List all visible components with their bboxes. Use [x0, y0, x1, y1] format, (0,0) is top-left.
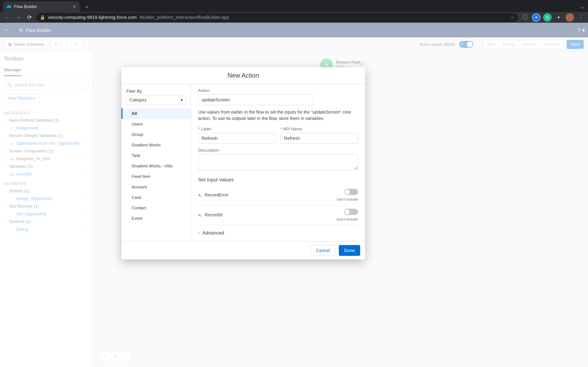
modal-title: New Action — [121, 67, 365, 84]
category-item[interactable]: Event — [121, 213, 191, 224]
new-tab-button[interactable]: ＋ — [82, 2, 92, 12]
info-icon[interactable]: ⓘ — [521, 13, 529, 22]
include-label: Don't Include — [337, 197, 358, 201]
include-toggle[interactable] — [344, 209, 358, 215]
lock-icon: 🔒 — [40, 15, 45, 20]
set-input-values-heading: Set Input Values — [198, 177, 358, 183]
extension-icon-1[interactable]: ✦ — [532, 13, 540, 22]
nav-forward-icon: → — [14, 13, 22, 22]
category-item[interactable]: Case — [121, 192, 191, 203]
modal-footer: Cancel Done — [121, 241, 365, 259]
advanced-toggle[interactable]: › Advanced — [198, 230, 358, 236]
category-item[interactable]: Task — [121, 150, 191, 161]
advanced-label: Advanced — [202, 230, 224, 236]
input-name: RecordId — [205, 213, 222, 217]
browser-menu-icon[interactable]: ⋮ — [577, 13, 585, 22]
nav-back-icon[interactable]: ← — [3, 13, 11, 22]
text-icon: Aₐ — [198, 193, 202, 197]
category-item[interactable]: Users — [121, 119, 191, 129]
form-column: Action Use values from earlier in the fl… — [191, 84, 365, 241]
extensions-puzzle-icon[interactable]: ✦ — [554, 13, 563, 22]
category-list: AllUsersGroupGradient WorksTaskGradient … — [121, 108, 191, 224]
category-item[interactable]: Gradient Works — [121, 140, 191, 150]
description-label: Description — [198, 148, 358, 153]
tab-title: Flow Builder — [14, 4, 37, 9]
modal-close-icon[interactable]: ✕ — [356, 58, 366, 68]
api-name-label: API Name — [281, 126, 358, 131]
window-minimize-icon[interactable]: ⌄ — [576, 1, 588, 12]
new-action-modal: ✕ New Action Filter By Category ▾ AllUse… — [121, 67, 365, 259]
input-row-recordid: AₐRecordId Don't Include — [198, 205, 358, 225]
browser-tab[interactable]: Flow Builder ✕ — [3, 1, 80, 12]
url-path: /builder_platform_interaction/flowBuilde… — [139, 15, 229, 20]
input-name: RecordError — [205, 192, 228, 198]
filter-select-value: Category — [130, 98, 147, 102]
input-row-recorderror: AₐRecordError Don't Include — [198, 185, 358, 205]
chevron-down-icon: ▾ — [181, 98, 183, 102]
url-host: velocity-computing-9919.lightning.force.… — [48, 15, 137, 20]
api-name-input[interactable] — [281, 133, 358, 144]
nav-reload-icon[interactable]: ⟳ — [25, 13, 34, 22]
cancel-button[interactable]: Cancel — [311, 245, 335, 256]
tab-close-icon[interactable]: ✕ — [73, 4, 76, 9]
filter-by-label: Filter By — [121, 84, 191, 95]
salesforce-cloud-icon — [6, 4, 11, 9]
category-item[interactable]: Group — [121, 129, 191, 140]
profile-avatar[interactable] — [566, 13, 574, 22]
done-button[interactable]: Done — [339, 245, 360, 256]
chevron-right-icon: › — [198, 230, 199, 235]
include-label: Don't Include — [337, 217, 358, 221]
bookmark-star-icon[interactable]: ☆ — [510, 15, 515, 20]
category-item[interactable]: All — [121, 108, 191, 119]
filter-column: Filter By Category ▾ AllUsersGroupGradie… — [121, 84, 191, 241]
address-bar[interactable]: 🔒 velocity-computing-9919.lightning.forc… — [36, 13, 518, 22]
description-textarea[interactable] — [198, 154, 358, 170]
extension-icon-2[interactable]: G — [543, 13, 552, 22]
filter-select[interactable]: Category ▾ — [126, 95, 186, 105]
category-item[interactable]: Gradient Works - Utils — [121, 161, 191, 171]
include-toggle[interactable] — [344, 189, 358, 195]
text-icon: Aₐ — [198, 213, 202, 217]
browser-chrome: Flow Builder ✕ ＋ ⌄ ← → ⟳ 🔒 velocity-comp… — [0, 0, 588, 23]
help-text: Use values from earlier in the flow to s… — [198, 109, 358, 122]
label-field-label: Label — [198, 126, 276, 131]
action-input[interactable] — [198, 94, 314, 105]
category-item[interactable]: Contact — [121, 203, 191, 213]
label-input[interactable] — [198, 133, 276, 144]
action-label: Action — [198, 88, 358, 93]
category-item[interactable]: Feed Item — [121, 171, 191, 182]
category-item[interactable]: Account — [121, 182, 191, 192]
